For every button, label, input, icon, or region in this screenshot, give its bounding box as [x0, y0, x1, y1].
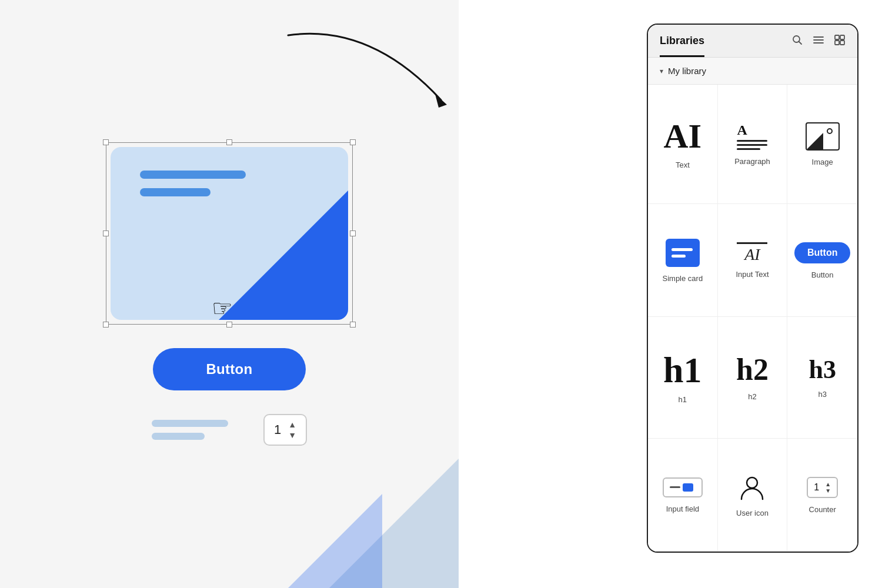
canvas-button[interactable]: Button	[153, 348, 305, 390]
grid-item-h1[interactable]: h1 h1	[648, 317, 718, 439]
canvas-counter-arrows[interactable]: ▲ ▼	[288, 420, 296, 440]
selection-box[interactable]: ☞	[106, 142, 353, 325]
svg-rect-8	[835, 41, 839, 45]
h3-label: h3	[818, 390, 826, 400]
input-text-icon: AI	[737, 242, 767, 263]
handle-bl[interactable]	[103, 322, 109, 328]
handle-ml[interactable]	[103, 230, 109, 236]
items-grid: AI Text A Paragraph	[648, 85, 857, 552]
text-icon: AI	[664, 119, 701, 153]
svg-rect-6	[835, 35, 839, 39]
paragraph-icon: A	[737, 123, 767, 150]
simple-card-label: Simple card	[663, 274, 703, 284]
h3-icon: h3	[808, 357, 836, 383]
cursor-hand: ☞	[212, 295, 233, 322]
input-text-label: Input Text	[736, 270, 769, 280]
libraries-panel: Libraries ▾ My library AI Text	[647, 24, 858, 553]
deco-triangle-2	[288, 494, 382, 588]
card-wrapper: ☞	[106, 142, 353, 325]
h2-icon: h2	[736, 355, 769, 385]
grid-icon[interactable]	[834, 34, 846, 49]
grid-item-h3[interactable]: h3 h3	[787, 317, 857, 439]
menu-icon[interactable]	[813, 34, 824, 49]
svg-rect-7	[840, 35, 844, 39]
handle-bm[interactable]	[226, 322, 232, 328]
handle-tr[interactable]	[350, 139, 356, 145]
card-visual	[111, 147, 348, 320]
canvas-line-b	[152, 433, 205, 440]
search-icon[interactable]	[791, 34, 803, 49]
panel-title: Libraries	[660, 35, 704, 57]
handle-mr[interactable]	[350, 230, 356, 236]
counter-value: 1	[274, 422, 281, 437]
canvas-bottom-row: 1 ▲ ▼	[152, 414, 307, 446]
simple-card-icon	[666, 239, 700, 267]
handle-tl[interactable]	[103, 139, 109, 145]
text-label: Text	[676, 161, 690, 171]
paragraph-label: Paragraph	[734, 157, 770, 167]
svg-marker-0	[435, 94, 447, 108]
library-section[interactable]: ▾ My library	[648, 58, 857, 85]
counter-label: Counter	[809, 505, 836, 515]
grid-item-text[interactable]: AI Text	[648, 85, 718, 204]
canvas-line-a	[152, 420, 228, 427]
input-field-label: Input field	[666, 505, 699, 514]
grid-item-input-field[interactable]: Input field	[648, 439, 718, 552]
grid-item-h2[interactable]: h2 h2	[718, 317, 788, 439]
card-triangle	[219, 191, 348, 320]
grid-item-counter[interactable]: 1 ▲ ▼ Counter	[787, 439, 857, 552]
grid-item-image[interactable]: Image	[787, 85, 857, 204]
button-icon: Button	[794, 242, 851, 263]
grid-item-paragraph[interactable]: A Paragraph	[718, 85, 788, 204]
grid-item-input-text[interactable]: AI Input Text	[718, 204, 788, 318]
input-field-icon	[663, 477, 703, 497]
h1-icon: h1	[663, 352, 701, 388]
canvas-lines	[152, 420, 228, 440]
handle-tm[interactable]	[226, 139, 232, 145]
image-icon	[806, 122, 840, 151]
user-icon-label: User icon	[736, 509, 769, 519]
canvas-counter[interactable]: 1 ▲ ▼	[263, 414, 307, 446]
panel-icons	[791, 34, 846, 57]
h2-label: h2	[748, 392, 756, 402]
svg-point-10	[747, 477, 757, 488]
svg-rect-9	[840, 41, 844, 45]
canvas-area: ☞ Button 1 ▲ ▼	[0, 0, 459, 588]
chevron-down-icon: ▾	[660, 67, 663, 75]
card-line-2	[140, 188, 211, 196]
button-label: Button	[811, 270, 834, 280]
image-label: Image	[812, 158, 833, 168]
grid-item-simple-card[interactable]: Simple card	[648, 204, 718, 318]
user-icon	[738, 473, 766, 502]
library-name: My library	[668, 66, 706, 76]
handle-br[interactable]	[350, 322, 356, 328]
grid-item-button[interactable]: Button Button	[787, 204, 857, 318]
card-line-1	[140, 171, 246, 179]
counter-icon: 1 ▲ ▼	[807, 477, 838, 498]
svg-line-2	[799, 42, 802, 45]
h1-label: h1	[679, 395, 687, 405]
arrow-svg	[253, 18, 453, 135]
panel-header: Libraries	[648, 25, 857, 58]
grid-item-user-icon[interactable]: User icon	[718, 439, 788, 552]
